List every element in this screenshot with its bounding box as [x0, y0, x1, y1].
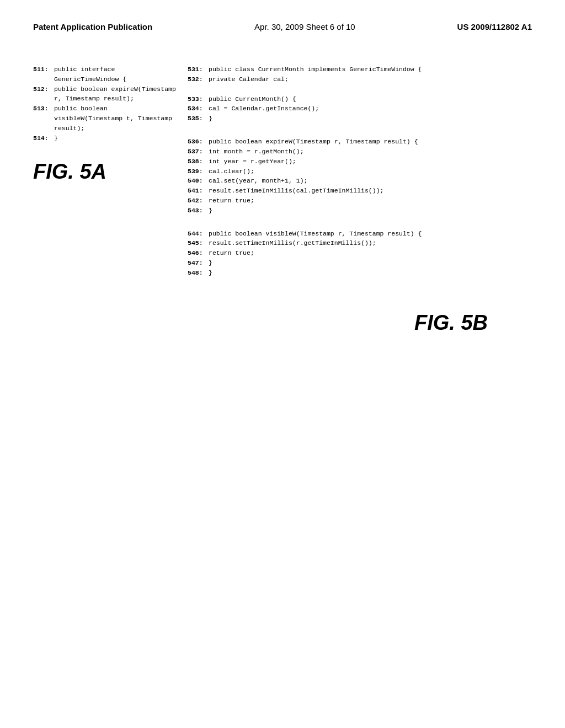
line-num-537: 537: [188, 147, 209, 157]
fig-5b-section2: 533: public CurrentMonth() { 534: cal = … [188, 94, 532, 124]
line-num-548: 548: [188, 268, 209, 278]
line-num-538: 538: [188, 157, 209, 167]
code-line-533: 533: public CurrentMonth() { [188, 94, 532, 104]
line-num-535: 535: [188, 114, 209, 124]
code-line-536: 536: public boolean expireW(Timestamp r,… [188, 137, 532, 147]
line-code-546: return true; [209, 248, 254, 258]
main-content: 511: public interface GenericTimeWindow … [33, 65, 532, 340]
line-code-533: public CurrentMonth() { [209, 94, 296, 104]
line-code-543: } [209, 206, 212, 216]
line-num-534: 534: [188, 104, 209, 114]
code-line-514: 514: } [33, 133, 177, 143]
line-code-531: public class CurrentMonth implements Gen… [209, 65, 422, 74]
header-patent-number: US 2009/112802 A1 [457, 22, 532, 31]
line-code-511: public interface GenericTimeWindow { [54, 65, 177, 84]
fig-5b-section4: 544: public boolean visibleW(Timestamp r… [188, 229, 532, 278]
line-code-540: cal.set(year, month+1, 1); [209, 176, 307, 186]
code-line-547: 547: } [188, 258, 532, 268]
line-num-545: 545: [188, 238, 209, 248]
code-line-541: 541: result.setTimeInMillis(cal.getTimeI… [188, 186, 532, 196]
code-line-534: 534: cal = Calendar.getInstance(); [188, 104, 532, 114]
code-line-512: 512: public boolean expireW(Timestamp r,… [33, 84, 177, 104]
fig-5a-code: 511: public interface GenericTimeWindow … [33, 65, 177, 143]
page-header: Patent Application Publication Apr. 30, … [33, 22, 532, 31]
code-line-511: 511: public interface GenericTimeWindow … [33, 65, 177, 84]
code-line-548: 548: } [188, 268, 532, 278]
fig-5b-label: FIG. 5B [414, 311, 488, 335]
page: Patent Application Publication Apr. 30, … [0, 0, 565, 728]
code-line-543: 543: } [188, 206, 532, 216]
code-line-532: 532: private Calendar cal; [188, 74, 532, 84]
line-code-541: result.setTimeInMillis(cal.getTimeInMill… [209, 186, 383, 196]
line-num-547: 547: [188, 258, 209, 268]
code-line-542: 542: return true; [188, 196, 532, 206]
line-num-539: 539: [188, 167, 209, 176]
header-title: Patent Application Publication [33, 22, 152, 31]
code-line-538: 538: int year = r.getYear(); [188, 157, 532, 167]
line-num-540: 540: [188, 176, 209, 186]
code-line-546: 546: return true; [188, 248, 532, 258]
line-num-511: 511: [33, 65, 54, 74]
code-line-539: 539: cal.clear(); [188, 167, 532, 176]
fig-5a-label: FIG. 5A [33, 160, 177, 184]
line-code-544: public boolean visibleW(Timestamp r, Tim… [209, 229, 422, 239]
line-num-532: 532: [188, 74, 209, 84]
line-num-541: 541: [188, 186, 209, 196]
line-code-547: } [209, 258, 212, 268]
line-num-536: 536: [188, 137, 209, 147]
line-num-533: 533: [188, 94, 209, 104]
line-code-536: public boolean expireW(Timestamp r, Time… [209, 137, 418, 147]
code-line-531: 531: public class CurrentMonth implement… [188, 65, 532, 74]
header-date-sheet: Apr. 30, 2009 Sheet 6 of 10 [254, 22, 355, 31]
line-num-514: 514: [33, 133, 54, 143]
line-code-548: } [209, 268, 212, 278]
line-num-512: 512: [33, 84, 54, 94]
line-code-538: int year = r.getYear(); [209, 157, 296, 167]
fig-5a-panel: 511: public interface GenericTimeWindow … [33, 65, 188, 340]
code-line-544: 544: public boolean visibleW(Timestamp r… [188, 229, 532, 239]
line-code-537: int month = r.getMonth(); [209, 147, 304, 157]
line-code-513: public boolean visibleW(Timestamp t, Tim… [54, 104, 177, 133]
line-code-534: cal = Calendar.getInstance(); [209, 104, 319, 114]
line-code-545: result.setTimeInMillis(r.getTimeInMillis… [209, 238, 376, 248]
fig-5b-panel: 531: public class CurrentMonth implement… [188, 65, 532, 340]
line-code-535: } [209, 114, 212, 124]
code-line-540: 540: cal.set(year, month+1, 1); [188, 176, 532, 186]
line-num-544: 544: [188, 229, 209, 239]
line-code-542: return true; [209, 196, 254, 206]
code-line-513: 513: public boolean visibleW(Timestamp t… [33, 104, 177, 133]
line-num-546: 546: [188, 248, 209, 258]
line-num-543: 543: [188, 206, 209, 216]
line-num-513: 513: [33, 104, 54, 114]
line-num-531: 531: [188, 65, 209, 74]
code-line-545: 545: result.setTimeInMillis(r.getTimeInM… [188, 238, 532, 248]
line-code-514: } [54, 133, 58, 143]
fig-5b-section3: 536: public boolean expireW(Timestamp r,… [188, 137, 532, 216]
line-code-532: private Calendar cal; [209, 74, 289, 84]
fig-5b-code: 531: public class CurrentMonth implement… [188, 65, 532, 278]
line-num-542: 542: [188, 196, 209, 206]
code-line-537: 537: int month = r.getMonth(); [188, 147, 532, 157]
line-code-539: cal.clear(); [209, 167, 254, 176]
fig-5b-section1: 531: public class CurrentMonth implement… [188, 65, 532, 84]
code-line-535: 535: } [188, 114, 532, 124]
line-code-512: public boolean expireW(Timestamp r, Time… [54, 84, 177, 104]
